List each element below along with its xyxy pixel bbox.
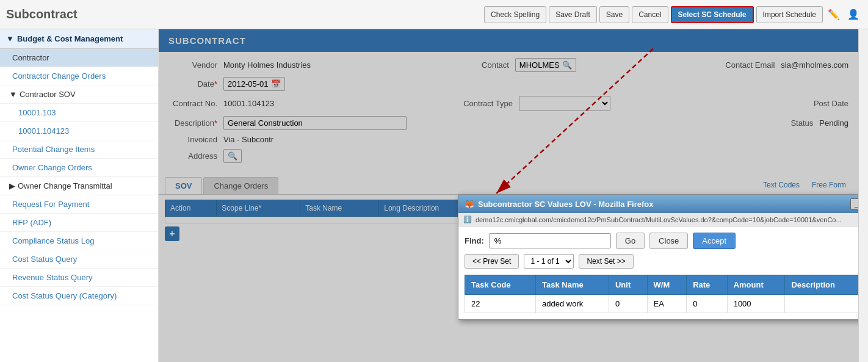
modal-col-task-code: Task Code (465, 275, 536, 295)
select-sc-schedule-button[interactable]: Select SC Schedule (671, 6, 754, 23)
row-wm: EA (647, 295, 687, 313)
accept-button[interactable]: Accept (693, 233, 736, 249)
modal-body: Find: Go Close Accept << Prev Set 1 - 1 … (458, 226, 858, 319)
modal-title-left: 🦊 Subcontractor SC Values LOV - Mozilla … (465, 200, 654, 209)
sidebar-section-header[interactable]: ▼ Budget & Cost Management (0, 29, 158, 49)
sidebar-item-revenue-status-query[interactable]: Revenue Status Query (0, 269, 158, 287)
sidebar-section-title: Budget & Cost Management (17, 34, 123, 43)
prev-set-button[interactable]: << Prev Set (465, 254, 519, 269)
sidebar-item-label: Cost Status Query (Category) (12, 291, 117, 300)
row-task-name: added work (536, 295, 609, 313)
modal-url: demo12c.cmicglobal.com/cmicdemo12c/PmSub… (476, 216, 842, 223)
cancel-button[interactable]: Cancel (632, 6, 668, 23)
next-set-button[interactable]: Next Set >> (579, 254, 633, 269)
user-icon-button[interactable]: 👤 (845, 6, 862, 23)
close-button-modal[interactable]: Close (649, 233, 688, 249)
sidebar-item-compliance-status-log[interactable]: Compliance Status Log (0, 232, 158, 250)
save-button[interactable]: Save (599, 6, 629, 23)
import-schedule-button[interactable]: Import Schedule (756, 6, 823, 23)
sidebar-item-label: Contractor (12, 53, 49, 62)
sidebar-item-contractor-change-orders[interactable]: Contractor Change Orders (0, 67, 158, 85)
modal-nav-row: << Prev Set 1 - 1 of 1 Next Set >> (465, 254, 858, 269)
modal-window: 🦊 Subcontractor SC Values LOV - Mozilla … (458, 194, 858, 320)
sidebar-item-rfp-adf[interactable]: RFP (ADF) (0, 214, 158, 232)
modal-title: Subcontractor SC Values LOV - Mozilla Fi… (478, 200, 654, 209)
sidebar-item-contractor-sov[interactable]: ▼ Contractor SOV (0, 85, 158, 104)
sidebar-item-request-for-payment[interactable]: Request For Payment (0, 195, 158, 214)
sidebar-item-owner-change-transmittal[interactable]: ▶ Owner Change Transmittal (0, 177, 158, 195)
sidebar-item-sov1[interactable]: 10001.103 (0, 104, 158, 122)
modal-col-amount: Amount (727, 275, 785, 295)
sidebar-item-label: Potential Change Items (12, 145, 95, 154)
sidebar-item-sov2[interactable]: 10001.104123 (0, 122, 158, 140)
sidebar-item-label: Owner Change Transmittal (18, 181, 112, 190)
modal-table-row: 22 added work 0 EA 0 1000 (465, 295, 859, 313)
edit-icon-button[interactable]: ✏️ (825, 6, 842, 23)
modal-col-task-name: Task Name (536, 275, 609, 295)
row-description (785, 295, 858, 313)
modal-table: Task Code Task Name Unit W/M Rate Amount… (465, 275, 858, 313)
info-icon: ℹ️ (463, 215, 472, 223)
sidebar-item-label: Contractor SOV (20, 90, 76, 99)
page-range-select[interactable]: 1 - 1 of 1 (524, 254, 574, 269)
modal-search-row: Find: Go Close Accept (465, 233, 858, 249)
find-label: Find: (465, 236, 484, 245)
modal-col-description: Description (785, 275, 858, 295)
main-layout: ▼ Budget & Cost Management Contractor Co… (0, 29, 868, 362)
sidebar-item-cost-status-query[interactable]: Cost Status Query (0, 250, 158, 269)
modal-controls: _ □ ✕ (850, 198, 858, 209)
sidebar-item-potential-change-items[interactable]: Potential Change Items (0, 140, 158, 159)
row-unit: 0 (609, 295, 647, 313)
row-amount: 1000 (727, 295, 785, 313)
go-button[interactable]: Go (616, 233, 645, 249)
sidebar-item-label: 10001.104123 (18, 126, 69, 136)
content-area: SUBCONTRACT Vendor Monty Holmes Industri… (159, 29, 858, 362)
modal-col-wm: W/M (647, 275, 687, 295)
sidebar-item-label: 10001.103 (18, 108, 56, 117)
sidebar-item-label: RFP (ADF) (12, 218, 51, 227)
sidebar-item-label: Compliance Status Log (12, 236, 94, 245)
modal-titlebar: 🦊 Subcontractor SC Values LOV - Mozilla … (458, 195, 858, 213)
firefox-icon: 🦊 (465, 200, 474, 209)
right-scrollbar[interactable] (858, 29, 868, 362)
app-title: Subcontract (6, 7, 78, 21)
sidebar-item-owner-change-orders[interactable]: Owner Change Orders (0, 159, 158, 177)
sidebar-item-contractor[interactable]: Contractor (0, 49, 158, 67)
sidebar-item-label: Owner Change Orders (12, 163, 92, 172)
sidebar: ▼ Budget & Cost Management Contractor Co… (0, 29, 159, 362)
check-spelling-button[interactable]: Check Spelling (484, 6, 546, 23)
find-input[interactable] (489, 233, 611, 248)
modal-minimize-button[interactable]: _ (850, 198, 858, 209)
sidebar-expand-icon: ▼ (9, 90, 17, 99)
sidebar-item-label: Cost Status Query (12, 255, 77, 264)
top-buttons: Check Spelling Save Draft Save Cancel Se… (484, 6, 862, 23)
top-header: Subcontract Check Spelling Save Draft Sa… (0, 0, 868, 29)
sidebar-item-label: Request For Payment (12, 200, 89, 209)
modal-col-rate: Rate (687, 275, 728, 295)
modal-urlbar: ℹ️ demo12c.cmicglobal.com/cmicdemo12c/Pm… (458, 213, 858, 226)
sidebar-item-label: Revenue Status Query (12, 273, 93, 282)
sidebar-item-label: Contractor Change Orders (12, 71, 106, 81)
modal-col-unit: Unit (609, 275, 647, 295)
row-task-code: 22 (465, 295, 536, 313)
row-rate: 0 (687, 295, 728, 313)
sidebar-item-cost-status-query-category[interactable]: Cost Status Query (Category) (0, 287, 158, 305)
sidebar-collapse-icon: ▼ (6, 34, 14, 43)
sidebar-expand-icon: ▶ (9, 181, 15, 190)
save-draft-button[interactable]: Save Draft (549, 6, 597, 23)
